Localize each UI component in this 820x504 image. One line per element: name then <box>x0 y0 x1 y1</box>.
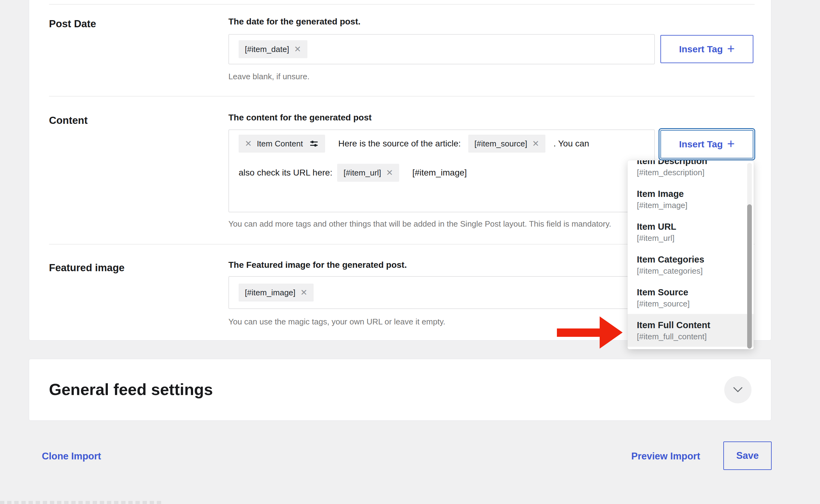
post-date-insert-tag-button[interactable]: Insert Tag + <box>661 35 753 63</box>
content-text-url-intro: also check its URL here: <box>239 168 332 178</box>
content-label: Content <box>49 115 88 126</box>
save-button[interactable]: Save <box>723 441 772 470</box>
remove-chip-icon[interactable]: ✕ <box>245 140 252 148</box>
insert-tag-label: Insert Tag <box>679 44 723 54</box>
dropdown-item-tag: [#item_full_content] <box>637 331 735 342</box>
sliders-icon[interactable] <box>309 139 319 149</box>
preview-import-link[interactable]: Preview Import <box>631 451 700 462</box>
featured-image-tag-input[interactable]: [#item_image] ✕ <box>229 276 655 309</box>
post-date-description: The date for the generated post. <box>229 17 360 27</box>
item-url-chip[interactable]: [#item_url] ✕ <box>337 164 399 182</box>
insert-tag-dropdown: Item Description [#item_description] Ite… <box>628 160 754 349</box>
insert-tag-dropdown-list: Item Description [#item_description] Ite… <box>628 160 754 347</box>
featured-image-label: Featured image <box>49 262 124 274</box>
content-editor-line-1: ✕ Item Content Here is the source of the… <box>239 134 589 153</box>
item-url-chip-label: [#item_url] <box>343 168 381 178</box>
expand-section-button[interactable] <box>724 376 752 403</box>
remove-chip-icon[interactable]: ✕ <box>294 45 301 54</box>
post-date-label: Post Date <box>49 18 96 30</box>
clone-import-link[interactable]: Clone Import <box>42 451 101 462</box>
dropdown-item-tag: [#item_image] <box>637 200 735 211</box>
dropdown-item-tag: [#item_description] <box>637 167 735 178</box>
content-editor-line-2: also check its URL here: [#item_url] ✕ [… <box>239 163 467 182</box>
dropdown-item-item-url[interactable]: Item URL [#item_url] <box>628 215 754 248</box>
dropdown-item-item-categories[interactable]: Item Categories [#item_categories] <box>628 248 754 281</box>
dropdown-item-tag: [#item_categories] <box>637 266 735 276</box>
featured-image-helper: You can use the magic tags, your own URL… <box>229 317 445 327</box>
item-source-chip[interactable]: [#item_source] ✕ <box>468 135 545 153</box>
post-date-helper: Leave blank, if unsure. <box>229 72 310 81</box>
dropdown-item-title: Item URL <box>637 221 735 232</box>
import-settings-page: Post Date The date for the generated pos… <box>0 0 820 504</box>
save-button-label: Save <box>736 450 759 461</box>
dropdown-item-tag: [#item_source] <box>637 298 735 309</box>
chevron-down-icon <box>732 386 744 393</box>
featured-image-chip-label: [#item_image] <box>245 288 295 298</box>
general-feed-settings-title: General feed settings <box>49 380 213 399</box>
post-date-chip[interactable]: [#item_date] ✕ <box>239 40 308 58</box>
insert-tag-label: Insert Tag <box>679 139 723 150</box>
item-source-chip-label: [#item_source] <box>474 139 527 149</box>
dropdown-item-item-full-content[interactable]: Item Full Content [#item_full_content] <box>628 314 754 347</box>
content-text-you-can: . You can <box>553 139 589 149</box>
dropdown-item-title: Item Full Content <box>637 319 735 331</box>
item-content-chip-label: Item Content <box>257 139 303 149</box>
dropdown-scrollbar-thumb[interactable] <box>747 204 752 349</box>
content-text-image-tag: [#item_image] <box>412 168 467 178</box>
content-insert-tag-button[interactable]: Insert Tag + <box>661 130 753 159</box>
featured-image-description: The Featured image for the generated pos… <box>229 260 407 270</box>
red-arrow-annotation <box>557 316 623 349</box>
remove-chip-icon[interactable]: ✕ <box>300 289 308 297</box>
post-date-tag-input[interactable]: [#item_date] ✕ <box>229 34 655 64</box>
content-helper: You can add more tags and other things t… <box>229 219 611 229</box>
dropdown-item-title: Item Categories <box>637 254 735 265</box>
row-divider-1 <box>49 96 755 97</box>
dropdown-item-item-description[interactable]: Item Description [#item_description] <box>628 160 754 183</box>
dropdown-item-title: Item Image <box>637 188 735 199</box>
remove-chip-icon[interactable]: ✕ <box>386 169 393 177</box>
content-text-source-intro: Here is the source of the article: <box>338 139 460 149</box>
featured-image-chip[interactable]: [#item_image] ✕ <box>239 284 314 302</box>
dropdown-item-item-image[interactable]: Item Image [#item_image] <box>628 183 754 215</box>
content-description: The content for the generated post <box>229 113 372 123</box>
post-date-chip-label: [#item_date] <box>245 45 289 54</box>
clipped-text-artifact <box>0 501 161 504</box>
row-divider-top <box>49 4 755 5</box>
dropdown-item-title: Item Description <box>637 160 735 167</box>
dropdown-item-title: Item Source <box>637 287 735 298</box>
remove-chip-icon[interactable]: ✕ <box>532 140 539 148</box>
dropdown-item-tag: [#item_url] <box>637 233 735 243</box>
dropdown-item-item-source[interactable]: Item Source [#item_source] <box>628 281 754 314</box>
item-content-chip[interactable]: ✕ Item Content <box>239 135 325 153</box>
